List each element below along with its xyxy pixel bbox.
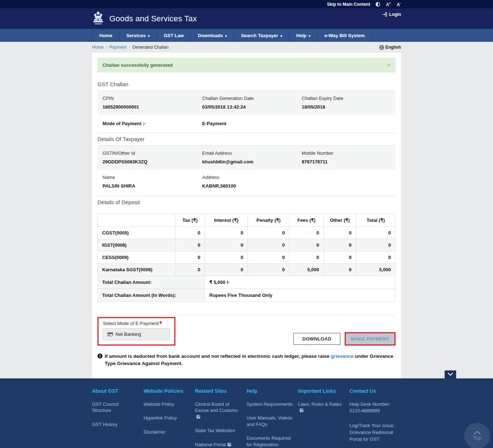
download-button[interactable]: DOWNLOAD	[293, 333, 340, 345]
section-title-taxpayer: Details Of Taxpayer	[97, 133, 396, 146]
footer-link-label: Documents Required for Registration	[247, 435, 291, 447]
cell-value: 0	[248, 239, 289, 251]
footer-link-laws-rules-rates[interactable]: Laws, Rules & Rates	[298, 401, 345, 414]
breadcrumb-payment[interactable]: Payment	[109, 45, 126, 50]
log-track-text: Grievance Redressal Portal for GST	[349, 429, 396, 443]
login-link[interactable]: Login	[383, 12, 401, 17]
column-header-penalty: Penalty (₹)	[248, 214, 289, 227]
language-selector[interactable]: English	[379, 45, 401, 50]
total-words-label: Total Challan Amount (In Words):	[98, 289, 205, 302]
footer-heading: Help	[247, 388, 293, 394]
footer-link-cbec[interactable]: Central Board of Excise and Customs	[195, 401, 241, 420]
breadcrumb-home[interactable]: Home	[92, 45, 104, 50]
scroll-top-label: Top	[473, 435, 481, 441]
taxpayer-section: Details Of Taxpayer GSTIN/Other Id 29GDD…	[97, 133, 396, 196]
footer-col-help: Help System Requirements User Manuals, V…	[247, 388, 298, 448]
footer-heading: Contact Us	[349, 388, 396, 394]
footer-link-gst-history[interactable]: GST History	[92, 421, 139, 428]
cell-value: 5,000	[289, 264, 324, 276]
scroll-to-top-button[interactable]: Top	[464, 423, 490, 448]
email-label: Email Address	[202, 150, 302, 156]
action-buttons: DOWNLOAD MAKE PAYMENT	[293, 332, 396, 346]
total-words-value: Rupees Five Thousand Only	[205, 289, 396, 302]
log-track-info: Log/Track Your Issue: Grievance Redressa…	[349, 422, 396, 443]
note-text-before: If amount is deducted from bank account …	[105, 353, 330, 359]
cell-value: 0	[175, 227, 205, 239]
external-link-icon	[300, 408, 304, 412]
cpin-value: 18052900000001	[102, 104, 202, 110]
mobile-field: Mobile Number 8767176711	[302, 150, 391, 164]
success-alert: Challan successfully generated ×	[97, 58, 396, 73]
chevron-down-icon: ▾	[148, 34, 150, 38]
nav-item-search-taxpayer[interactable]: Search Taxpayer▾	[234, 29, 289, 42]
cell-value: 0	[289, 227, 324, 239]
font-increase-mod: +	[389, 1, 391, 5]
generation-date-field: Challan Generation Date 03/05/2018 13:42…	[202, 96, 302, 110]
footer-link-user-manuals[interactable]: User Manuals, Videos and FAQs	[247, 415, 293, 427]
grievance-note-text: If amount is deducted from bank account …	[105, 353, 396, 368]
contrast-icon[interactable]	[376, 2, 380, 6]
credit-card-icon	[108, 332, 113, 336]
footer-link-label: State Tax Websites	[195, 428, 235, 433]
deposit-header-empty	[98, 214, 175, 227]
font-increase-button[interactable]: A+	[386, 2, 391, 7]
cell-value: 0	[205, 264, 248, 276]
footer-link-label: Hyperlink Policy	[144, 415, 177, 421]
footer-link-gst-council[interactable]: GST Council Structure	[92, 401, 139, 414]
taxpayer-info-row-1: GSTIN/Other Id 29GDDPS5083K3ZQ Email Add…	[97, 146, 396, 170]
main-navigation: Home Services▾ GST Law Downloads▾ Search…	[0, 29, 493, 42]
footer-link-documents-required[interactable]: Documents Required for Registration	[247, 435, 293, 448]
row-label: CESS(0009)	[98, 251, 175, 264]
nav-item-eway-bill[interactable]: e-Way Bill System	[318, 29, 372, 42]
cpin-field: CPIN 18052900000001	[102, 96, 202, 110]
net-banking-label: Net Banking	[115, 331, 141, 337]
address-label: Address	[202, 175, 302, 180]
column-header-interest: Interest (₹)	[205, 214, 248, 227]
footer-col-about-gst: About GST GST Council Structure GST Hist…	[92, 388, 144, 448]
footer-link-label: Central Board of Excise and Customs	[195, 401, 238, 413]
challan-info-row: CPIN 18052900000001 Challan Generation D…	[97, 91, 396, 115]
language-label: English	[385, 45, 401, 50]
cell-value: 0	[356, 227, 396, 239]
help-desk-number: 0120-4888999	[349, 408, 396, 414]
cell-value: 0	[356, 239, 396, 251]
footer-collapse-button[interactable]	[445, 370, 456, 378]
footer-link-disclaimer[interactable]: Disclaimer	[144, 429, 190, 435]
font-decrease-button[interactable]: A-	[397, 2, 401, 7]
net-banking-option[interactable]: Net Banking	[103, 328, 170, 340]
footer-link-label: System Requirements	[247, 401, 293, 407]
footer-col-website-policies: Website Policies Website Policy Hyperlin…	[144, 388, 195, 448]
nav-item-downloads[interactable]: Downloads▾	[191, 29, 234, 42]
gstin-label: GSTIN/Other Id	[102, 150, 202, 156]
address-field: Address KABNR,560100	[202, 175, 302, 189]
footer-col-important-links: Important Links Laws, Rules & Rates	[298, 388, 350, 448]
deposit-table: Tax (₹) Interest (₹) Penalty (₹) Fees (₹…	[97, 214, 396, 302]
footer-link-national-portal[interactable]: National Portal	[195, 442, 241, 448]
india-emblem-icon	[92, 10, 104, 27]
select-mode-label-wrap: Select Mode of E-Payment	[103, 321, 170, 326]
info-icon	[97, 353, 102, 359]
chevron-down-icon: ▾	[225, 34, 227, 38]
cell-value: 0	[175, 264, 205, 276]
taxpayer-info-row-2: Name PALSIN SHIRA Address KABNR,560100	[97, 170, 396, 196]
nav-item-services[interactable]: Services▾	[119, 29, 157, 42]
footer-link-website-policy[interactable]: Website Policy	[144, 401, 190, 408]
nav-item-help[interactable]: Help▾	[289, 29, 318, 42]
cell-value: 0	[205, 239, 248, 251]
nav-item-gst-law[interactable]: GST Law	[157, 29, 191, 42]
cell-value: 0	[248, 251, 289, 264]
nav-label: Help	[296, 33, 306, 38]
external-link-icon	[196, 415, 200, 419]
nav-label: GST Law	[164, 33, 184, 38]
close-icon[interactable]: ×	[387, 62, 391, 68]
challan-card: Challan successfully generated × GST Cha…	[92, 53, 401, 378]
footer-link-system-requirements[interactable]: System Requirements	[247, 401, 293, 408]
nav-item-home[interactable]: Home	[92, 29, 119, 42]
skip-to-content-link[interactable]: Skip to Main Content	[327, 2, 370, 6]
footer-link-hyperlink-policy[interactable]: Hyperlink Policy	[144, 415, 190, 421]
make-payment-button[interactable]: MAKE PAYMENT	[346, 333, 394, 344]
grievance-link[interactable]: grievance	[331, 353, 353, 359]
footer-link-state-tax[interactable]: State Tax Websites	[195, 427, 241, 434]
mobile-value: 8767176711	[302, 159, 391, 164]
footer-heading: Related Sites	[195, 388, 241, 394]
